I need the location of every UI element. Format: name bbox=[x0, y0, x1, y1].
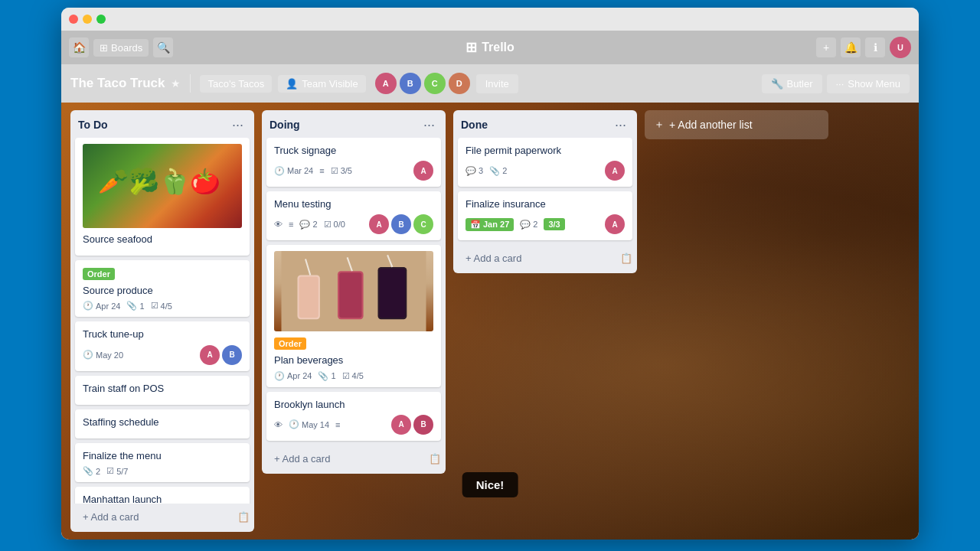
info-icon[interactable]: ℹ bbox=[865, 37, 885, 57]
meta-comments-2: 💬 2 bbox=[299, 220, 317, 230]
meta-check-35: ☑ 3/5 bbox=[331, 166, 352, 176]
list-doing: Doing ··· Truck signage 🕐 Mar 24 bbox=[262, 110, 446, 474]
minimize-button[interactable] bbox=[83, 15, 92, 24]
beverages-card-image bbox=[274, 251, 433, 331]
card-finalize-menu[interactable]: Finalize the menu 📎 2 ☑ 5/7 bbox=[75, 443, 250, 482]
card-plan-beverages-meta: 🕐 Apr 24 📎 1 ☑ 4/5 bbox=[274, 371, 433, 381]
beverages-svg bbox=[274, 251, 433, 331]
avatar-signage: A bbox=[413, 161, 433, 181]
show-menu-button[interactable]: ··· Show Menu bbox=[827, 74, 910, 93]
avatar-mt-1: A bbox=[369, 214, 389, 234]
date-badge-jan27: 📅 Jan 27 bbox=[466, 218, 514, 231]
fullscreen-button[interactable] bbox=[96, 15, 106, 24]
workspace-badge[interactable]: Taco's Tacos bbox=[200, 75, 272, 93]
card-truck-tune-up[interactable]: Truck tune-up 🕐 May 20 A B bbox=[75, 321, 250, 370]
close-button[interactable] bbox=[69, 15, 78, 24]
doing-clipboard-icon: 📋 bbox=[429, 453, 441, 465]
notification-icon[interactable]: 🔔 bbox=[841, 37, 861, 57]
todo-add-card-button[interactable]: + Add a card bbox=[75, 507, 237, 527]
list-todo-title: To Do bbox=[78, 119, 108, 131]
avatar-bk-2: B bbox=[413, 415, 433, 435]
card-truck-signage[interactable]: Truck signage 🕐 Mar 24 ≡ ☑ 3/5 bbox=[266, 138, 441, 187]
meta-date: 🕐 Apr 24 bbox=[83, 301, 120, 311]
avatar-a: A bbox=[200, 345, 220, 365]
meta-comment-fp: 💬 3 bbox=[466, 166, 483, 176]
list-todo-menu-button[interactable]: ··· bbox=[229, 116, 247, 133]
meta-check-45: ☑ 4/5 bbox=[342, 371, 364, 381]
card-source-produce[interactable]: Order Source produce 🕐 Apr 24 📎 1 bbox=[75, 260, 250, 317]
card-finalize-insurance[interactable]: Finalize insurance 📅 Jan 27 💬 2 3/3 bbox=[458, 191, 632, 240]
member-avatar-4[interactable]: D bbox=[449, 73, 470, 94]
user-avatar[interactable]: U bbox=[890, 37, 911, 58]
list-done-header: Done ··· bbox=[453, 110, 637, 138]
card-finalize-menu-title: Finalize the menu bbox=[83, 449, 242, 463]
card-staffing-schedule[interactable]: Staffing schedule bbox=[75, 409, 250, 439]
card-source-produce-title: Source produce bbox=[83, 284, 242, 298]
svg-rect-6 bbox=[380, 269, 406, 318]
list-todo-header: To Do ··· bbox=[70, 110, 254, 138]
card-source-seafood[interactable]: Source seafood bbox=[75, 138, 250, 256]
meta-attach: 📎 1 bbox=[126, 301, 144, 311]
done-add-card-button[interactable]: + Add a card bbox=[458, 248, 620, 269]
star-icon[interactable]: ★ bbox=[171, 77, 181, 90]
meta-attach-fp: 📎 2 bbox=[489, 166, 507, 176]
card-file-permit-title: File permit paperwork bbox=[466, 144, 625, 158]
list-todo-cards: Source seafood Order Source produce 🕐 Ap… bbox=[70, 138, 254, 504]
menu-dots-icon: ··· bbox=[836, 78, 844, 90]
boards-button[interactable]: ⊞ Boards bbox=[93, 39, 149, 57]
todo-add-card-row: + Add a card 📋 bbox=[70, 504, 254, 532]
meta-check-00: ☑ 0/0 bbox=[324, 220, 345, 230]
card-manhattan-launch-title: Manhattan launch bbox=[83, 493, 242, 504]
seafood-card-image bbox=[83, 144, 242, 228]
list-done-menu-button[interactable]: ··· bbox=[612, 116, 629, 133]
invite-button[interactable]: Invite bbox=[476, 74, 518, 93]
avatar-fp: A bbox=[605, 161, 625, 181]
card-plan-beverages[interactable]: Order Plan beverages 🕐 Apr 24 📎 1 bbox=[266, 245, 441, 386]
members-row: A B C D bbox=[375, 73, 470, 94]
list-done: Done ··· File permit paperwork 💬 3 bbox=[453, 110, 637, 273]
add-icon[interactable]: + bbox=[816, 37, 836, 57]
add-list-plus-icon: ＋ bbox=[654, 118, 665, 132]
add-list-button[interactable]: ＋ + Add another list bbox=[645, 110, 828, 139]
card-menu-testing[interactable]: Menu testing 👁 ≡ 💬 2 bbox=[266, 191, 441, 240]
card-brooklyn-launch[interactable]: Brooklyn launch 👁 🕐 May 14 ≡ bbox=[266, 392, 441, 441]
checklist-icon-5: ☑ bbox=[342, 371, 350, 381]
card-finalize-insurance-title: Finalize insurance bbox=[466, 197, 625, 211]
card-menu-testing-title: Menu testing bbox=[274, 197, 433, 211]
card-staffing-schedule-title: Staffing schedule bbox=[83, 416, 242, 429]
card-train-staff[interactable]: Train staff on POS bbox=[75, 376, 250, 405]
member-avatar-3[interactable]: C bbox=[424, 73, 446, 94]
meta-lines: ≡ bbox=[319, 166, 324, 175]
butler-button[interactable]: 🔧 Butler bbox=[762, 74, 822, 93]
meta-comment-fi: 💬 2 bbox=[520, 220, 537, 230]
meta-date-may20: 🕐 May 20 bbox=[83, 350, 123, 360]
card-source-produce-meta: 🕐 Apr 24 📎 1 ☑ 4/5 bbox=[83, 301, 242, 311]
comment-icon-3: 💬 bbox=[520, 220, 531, 230]
attach-icon-2: 📎 bbox=[83, 466, 93, 476]
avatar-mt-3: C bbox=[413, 214, 433, 234]
lines-icon-3: ≡ bbox=[335, 420, 340, 429]
add-list-label: + Add another list bbox=[669, 119, 753, 131]
doing-add-card-button[interactable]: + Add a card bbox=[266, 448, 429, 469]
member-avatar-1[interactable]: A bbox=[375, 73, 397, 94]
board-header: The Taco Truck ★ Taco's Tacos 👤 Team Vis… bbox=[61, 64, 919, 103]
visibility-badge[interactable]: 👤 Team Visible bbox=[278, 75, 365, 93]
card-manhattan-launch[interactable]: Manhattan launch bbox=[75, 487, 250, 504]
topbar-left: 🏠 ⊞ Boards 🔍 bbox=[69, 37, 812, 57]
meta-date-mar24: 🕐 Mar 24 bbox=[274, 166, 313, 176]
checklist-badge-33: 3/3 bbox=[544, 218, 564, 230]
eye-icon-2: 👁 bbox=[274, 420, 283, 429]
member-avatar-2[interactable]: B bbox=[400, 73, 421, 94]
eye-icon: 👁 bbox=[274, 220, 283, 229]
list-doing-menu-button[interactable]: ··· bbox=[420, 116, 438, 133]
divider bbox=[190, 74, 191, 93]
card-file-permit[interactable]: File permit paperwork 💬 3 📎 2 bbox=[458, 138, 632, 187]
meta-attach-2: 📎 2 bbox=[83, 466, 100, 476]
home-icon[interactable]: 🏠 bbox=[69, 37, 89, 57]
card-truck-tune-up-meta: 🕐 May 20 A B bbox=[83, 345, 242, 365]
list-doing-header: Doing ··· bbox=[262, 110, 446, 138]
meta-lines-2: ≡ bbox=[289, 220, 293, 229]
card-menu-testing-meta: 👁 ≡ 💬 2 ☑ 0/0 bbox=[274, 214, 433, 234]
visibility-icon: 👤 bbox=[286, 78, 298, 90]
search-icon[interactable]: 🔍 bbox=[153, 37, 173, 57]
